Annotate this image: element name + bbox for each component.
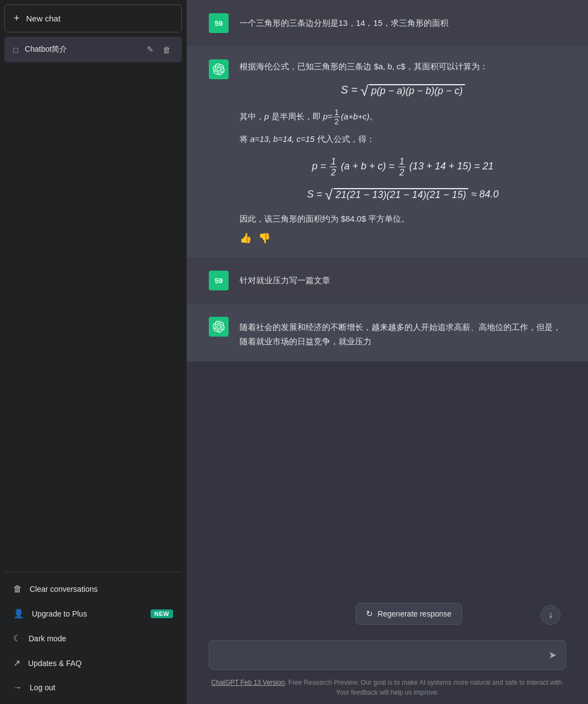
plus-icon: + [14,13,20,24]
chat-input[interactable] [209,641,565,669]
footer: ChatGPT Feb 13 Version. Free Research Pr… [187,674,588,704]
user-message-1: 59 一个三角形的三条边分别是13，14，15，求三角形的面积 [187,0,588,46]
chat-messages: 59 一个三角形的三条边分别是13，14，15，求三角形的面积 根据海伦公式，已… [187,0,588,631]
edit-chat-button[interactable]: ✎ [145,43,156,56]
chat-item-actions: ✎ 🗑 [145,43,173,56]
sidebar-bottom: 🗑 Clear conversations 👤 Upgrade to Plus … [4,577,182,700]
chat-icon: □ [13,45,18,54]
assistant-avatar-1 [209,59,229,79]
moon-icon: ☾ [13,633,21,644]
regenerate-label: Regenerate response [378,609,452,618]
chat-item[interactable]: □ Chatbot简介 ✎ 🗑 [4,37,182,62]
footer-link[interactable]: ChatGPT Feb 13 Version [211,679,285,686]
sidebar: + New chat □ Chatbot简介 ✎ 🗑 🗑 Clear conve… [0,0,187,704]
new-chat-button[interactable]: + New chat [4,4,182,32]
chat-item-label: Chatbot简介 [25,45,145,54]
assistant-partial-text: 随着社会的发展和经济的不断增长，越来越多的人开始追求高薪、高地位的工作，但是，随… [240,317,566,348]
regenerate-tooltip[interactable]: ↻ Regenerate response [356,603,462,625]
new-badge: NEW [151,609,173,618]
dark-mode-label: Dark mode [29,634,66,643]
user-avatar-1: 59 [209,13,229,33]
assistant-message-partial: 随着社会的发展和经济的不断增长，越来越多的人开始追求高薪、高地位的工作，但是，随… [187,304,588,361]
upgrade-to-plus-button[interactable]: 👤 Upgrade to Plus NEW [4,601,182,626]
new-chat-label: New chat [26,14,61,23]
logout-icon: → [13,683,22,692]
s-calculation: S = √ 21(21 − 13)(21 − 14)(21 − 15) ≈ 84… [240,188,566,202]
main-content: 59 一个三角形的三条边分别是13，14，15，求三角形的面积 根据海伦公式，已… [187,0,588,704]
assistant-message-content-1: 根据海伦公式，已知三角形的三条边 $a, b, c$，其面积可以计算为： S =… [240,59,566,244]
assistant-para-2: 其中，p 是半周长，即 p=12(a+b+c)。 [240,108,566,127]
assistant-para-3: 将 a=13, b=14, c=15 代入公式，得： [240,132,566,146]
assistant-avatar-2 [209,317,229,337]
user-message-2: 59 针对就业压力写一篇文章 [187,257,588,304]
feedback-row: 👍 👎 [240,232,566,244]
send-button[interactable]: ➤ [546,647,559,663]
assistant-para-4: 因此，该三角形的面积约为 $84.0$ 平方单位。 [240,212,566,226]
send-icon: ➤ [548,650,557,661]
sidebar-divider [4,572,182,573]
footer-text: . Free Research Preview. Our goal is to … [285,679,564,696]
thumbs-up-button[interactable]: 👍 [240,232,252,244]
external-link-icon: ↗ [13,658,20,668]
input-wrapper: ➤ [209,640,566,670]
dark-mode-button[interactable]: ☾ Dark mode [4,626,182,651]
assistant-message-1: 根据海伦公式，已知三角形的三条边 $a, b, c$，其面积可以计算为： S =… [187,46,588,257]
thumbs-down-button[interactable]: 👎 [258,232,270,244]
updates-faq-label: Updates & FAQ [28,659,81,668]
assistant-para-1: 根据海伦公式，已知三角形的三条边 $a, b, c$，其面积可以计算为： [240,59,566,74]
sidebar-top: + New chat □ Chatbot简介 ✎ 🗑 [4,4,182,568]
user-message-text-1: 一个三角形的三条边分别是13，14，15，求三角形的面积 [240,13,566,30]
scroll-to-bottom-button[interactable]: ↓ [541,605,561,625]
log-out-button[interactable]: → Log out [4,675,182,700]
chevron-down-icon: ↓ [548,610,553,620]
clear-conversations-label: Clear conversations [30,585,98,593]
trash-icon: 🗑 [13,584,22,594]
user-avatar-2: 59 [209,271,229,290]
p-calculation: p = 12 (a + b + c) = 12 (13 + 14 + 15) =… [240,156,566,178]
person-icon: 👤 [13,608,24,619]
regenerate-icon: ↻ [366,609,373,619]
updates-faq-button[interactable]: ↗ Updates & FAQ [4,651,182,675]
upgrade-to-plus-label: Upgrade to Plus [32,609,87,618]
clear-conversations-button[interactable]: 🗑 Clear conversations [4,577,182,601]
user-message-text-2: 针对就业压力写一篇文章 [240,271,566,287]
sqrt-formula: √ p(p − a)(p − b)(p − c) [360,84,465,98]
heron-formula: S = √ p(p − a)(p − b)(p − c) [240,84,566,98]
input-area: ↻ Regenerate response ↓ ➤ [187,631,588,674]
delete-chat-button[interactable]: 🗑 [160,43,173,56]
log-out-label: Log out [30,683,56,692]
